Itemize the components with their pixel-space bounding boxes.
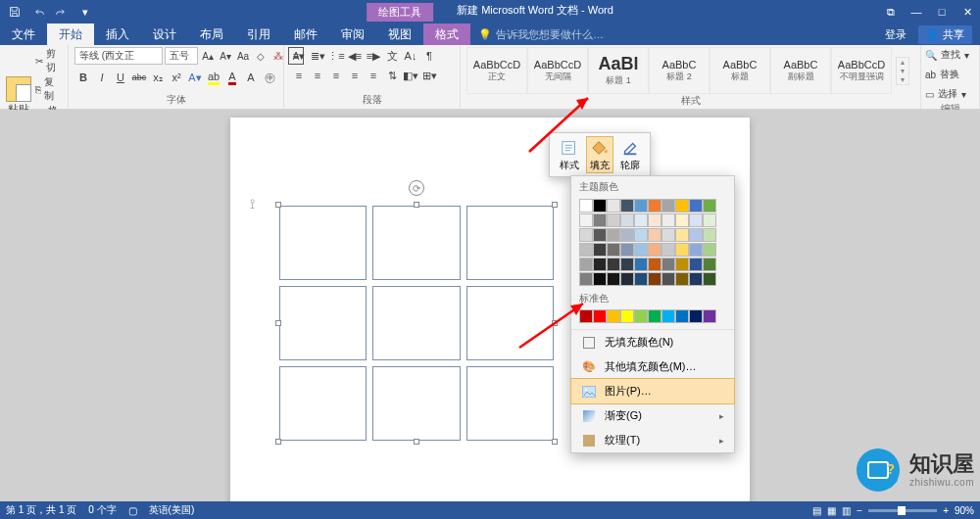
color-swatch[interactable] [675, 243, 689, 257]
color-swatch[interactable] [648, 213, 662, 227]
grid-cell[interactable] [279, 286, 367, 360]
zoom-slider[interactable] [868, 509, 937, 512]
resize-handle[interactable] [552, 202, 558, 208]
tab-mailings[interactable]: 邮件 [282, 24, 329, 45]
color-swatch[interactable] [579, 213, 593, 227]
color-swatch[interactable] [648, 228, 662, 242]
read-mode-icon[interactable]: ▤ [812, 505, 821, 516]
line-spacing-icon[interactable]: ⇅ [383, 67, 401, 84]
qat-customize-icon[interactable]: ▾ [74, 1, 96, 23]
sort-icon[interactable]: A↓ [402, 47, 419, 65]
color-swatch[interactable] [593, 199, 607, 212]
color-swatch[interactable] [703, 199, 716, 212]
color-swatch[interactable] [607, 228, 620, 242]
color-swatch[interactable] [579, 243, 593, 257]
tab-view[interactable]: 视图 [376, 24, 423, 45]
font-color-icon[interactable]: A [223, 69, 241, 86]
resize-handle[interactable] [275, 439, 281, 445]
strike-button[interactable]: abc [130, 69, 148, 86]
color-swatch[interactable] [648, 258, 662, 271]
color-swatch[interactable] [607, 258, 620, 271]
color-swatch[interactable] [634, 309, 648, 323]
bullets-icon[interactable]: ≡▾ [290, 47, 308, 65]
font-name-select[interactable]: 等线 (西文正 [74, 47, 163, 65]
multilevel-icon[interactable]: ⋮≡ [327, 47, 345, 65]
color-swatch[interactable] [579, 258, 593, 271]
more-colors-item[interactable]: 🎨 其他填充颜色(M)… [571, 354, 734, 379]
align-center-icon[interactable]: ≡ [309, 67, 326, 84]
web-layout-icon[interactable]: ▥ [842, 505, 851, 516]
color-swatch[interactable] [620, 213, 634, 227]
color-swatch[interactable] [648, 199, 662, 212]
underline-button[interactable]: U [112, 69, 129, 86]
copy-button[interactable]: ⎘ 复制 [35, 75, 62, 103]
show-marks-icon[interactable]: ¶ [420, 47, 438, 65]
subscript-button[interactable]: x₂ [149, 69, 167, 86]
sign-in-link[interactable]: 登录 [885, 27, 906, 42]
color-swatch[interactable] [579, 199, 593, 212]
color-swatch[interactable] [675, 272, 689, 286]
color-swatch[interactable] [579, 272, 593, 286]
color-swatch[interactable] [634, 213, 648, 227]
numbering-icon[interactable]: ≣▾ [309, 47, 326, 65]
color-swatch[interactable] [648, 272, 662, 286]
resize-handle[interactable] [552, 320, 558, 326]
replace-button[interactable]: ab 替换 [925, 67, 959, 82]
color-swatch[interactable] [620, 258, 634, 271]
tab-home[interactable]: 开始 [47, 24, 94, 45]
color-swatch[interactable] [620, 243, 634, 257]
print-layout-icon[interactable]: ▦ [827, 505, 836, 516]
style-item[interactable]: AaBbC标题 2 [649, 47, 710, 94]
color-swatch[interactable] [703, 243, 716, 257]
color-swatch[interactable] [662, 199, 675, 212]
grow-font-icon[interactable]: A▴ [200, 47, 216, 65]
color-swatch[interactable] [675, 228, 689, 242]
tell-me-input[interactable]: 💡 告诉我您想要做什么… [470, 24, 885, 45]
grid-cell[interactable] [279, 206, 367, 280]
borders-icon[interactable]: ⊞▾ [420, 67, 438, 84]
color-swatch[interactable] [634, 272, 648, 286]
undo-icon[interactable] [27, 1, 49, 23]
color-swatch[interactable] [648, 243, 662, 257]
color-swatch[interactable] [662, 309, 675, 323]
color-swatch[interactable] [675, 199, 689, 212]
grid-cell[interactable] [466, 206, 554, 280]
grid-cell[interactable] [466, 366, 554, 441]
share-button[interactable]: 👤 共享 [918, 25, 972, 44]
redo-icon[interactable] [51, 1, 73, 23]
color-swatch[interactable] [607, 213, 620, 227]
select-button[interactable]: ▭ 选择 ▾ [925, 86, 966, 102]
decrease-indent-icon[interactable]: ◀≡ [346, 47, 364, 65]
grid-cell[interactable] [372, 366, 460, 441]
color-swatch[interactable] [689, 199, 703, 212]
mini-style-button[interactable]: 样式 [556, 137, 583, 172]
zoom-in-icon[interactable]: + [943, 505, 949, 516]
style-item[interactable]: AaBbCcD无间隔 [527, 47, 588, 94]
align-left-icon[interactable]: ≡ [290, 67, 308, 84]
color-swatch[interactable] [689, 272, 703, 286]
resize-handle[interactable] [275, 320, 281, 326]
color-swatch[interactable] [703, 228, 716, 242]
color-swatch[interactable] [689, 243, 703, 257]
texture-fill-item[interactable]: 纹理(T)▸ [571, 428, 734, 452]
grid-cell[interactable] [466, 286, 554, 360]
picture-fill-item[interactable]: 图片(P)… [570, 378, 735, 404]
color-swatch[interactable] [703, 309, 716, 323]
color-swatch[interactable] [675, 258, 689, 271]
tab-references[interactable]: 引用 [235, 24, 282, 45]
minimize-button[interactable]: — [904, 0, 929, 24]
clear-format-icon[interactable]: ◇ [253, 47, 269, 65]
color-swatch[interactable] [607, 309, 620, 323]
color-swatch[interactable] [689, 213, 703, 227]
distribute-icon[interactable]: ≡ [365, 67, 382, 84]
mini-fill-button[interactable]: 填充 [586, 136, 613, 173]
text-effects-icon[interactable]: A▾ [186, 69, 204, 86]
language-status[interactable]: 英语(美国) [149, 503, 195, 517]
char-shading-icon[interactable]: A [242, 69, 260, 86]
zoom-out-icon[interactable]: − [857, 505, 862, 516]
enclose-char-icon[interactable]: ㊥ [261, 69, 278, 86]
style-item[interactable]: AaBbCcD不明显强调 [831, 47, 892, 94]
color-swatch[interactable] [593, 258, 607, 271]
color-swatch[interactable] [620, 199, 634, 212]
rotate-handle[interactable]: ⟳ [409, 180, 424, 196]
